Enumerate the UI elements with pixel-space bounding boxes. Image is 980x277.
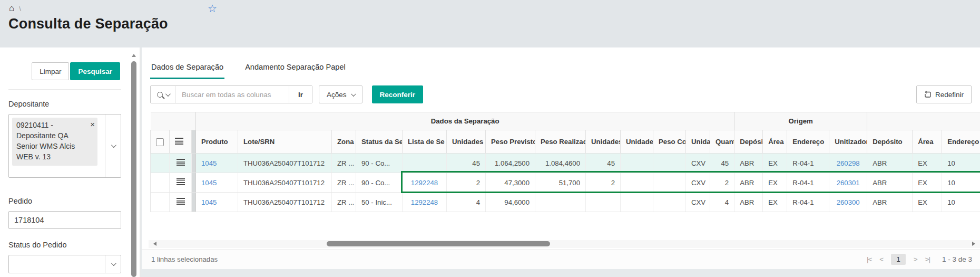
col-peso-realizado[interactable]: Peso Realizado bbox=[535, 130, 586, 154]
lista-sep-link[interactable]: 1292248 bbox=[411, 198, 438, 206]
unitizador-link[interactable]: 260300 bbox=[837, 198, 860, 206]
unitizador-link[interactable]: 260301 bbox=[837, 179, 860, 187]
last-page-button[interactable]: >| bbox=[925, 255, 930, 263]
status-pedido-select[interactable] bbox=[8, 255, 121, 273]
frozen-divider bbox=[192, 193, 196, 212]
current-page[interactable]: 1 bbox=[891, 254, 906, 265]
cell-unidade: CXV bbox=[686, 154, 710, 173]
depositante-chip: 09210411 - Depositante QA Senior WMS Alc… bbox=[12, 118, 97, 166]
cell-lista-sep: 1292248 bbox=[403, 173, 447, 193]
go-button[interactable]: Ir bbox=[289, 86, 312, 103]
sidebar-scrollbar-thumb[interactable] bbox=[131, 61, 136, 277]
row-menu-cell[interactable] bbox=[170, 173, 192, 193]
col-unitizador[interactable]: Unitizador bbox=[829, 130, 867, 154]
table-row[interactable]: 1045THU036A250407T101712ZR ...50 - Inic.… bbox=[151, 193, 980, 212]
row-menu-cell[interactable] bbox=[170, 193, 192, 212]
col-area-destino[interactable]: Área bbox=[913, 130, 942, 154]
cell-deposito-origem: ABR bbox=[734, 173, 763, 193]
cell-lista-sep bbox=[403, 154, 447, 173]
next-page-button[interactable]: > bbox=[914, 255, 917, 263]
reconferir-button[interactable]: Reconferir bbox=[372, 85, 424, 103]
row-menu-icon bbox=[175, 138, 183, 145]
cell-unidade: CXV bbox=[686, 193, 710, 212]
sidebar-scrollbar[interactable] bbox=[131, 53, 137, 277]
depositante-label: Depositante bbox=[8, 100, 49, 108]
cell-area-destino: EX bbox=[913, 154, 942, 173]
cell-deposito-destino: ABR bbox=[867, 173, 913, 193]
clear-button[interactable]: Limpar bbox=[32, 62, 69, 80]
col-endereco-destino[interactable]: Endereço bbox=[942, 130, 980, 154]
cell-status-sep: 50 - Inic... bbox=[356, 193, 403, 212]
col-produto[interactable]: Produto bbox=[196, 130, 238, 154]
cell-endereco-origem: R-04-1 bbox=[787, 154, 829, 173]
col-quantidade[interactable]: Quant bbox=[710, 130, 734, 154]
scroll-up-arrow-icon[interactable] bbox=[132, 54, 136, 57]
produto-link[interactable]: 1045 bbox=[201, 179, 217, 187]
cell-lote-srn: THU036A250407T101712 bbox=[238, 193, 332, 212]
row-menu-icon bbox=[177, 178, 185, 185]
tab-andamento-separacao-papel[interactable]: Andamento Separação Papel bbox=[244, 55, 347, 79]
col-peso-conf[interactable]: Peso Cor bbox=[653, 130, 686, 154]
search-button[interactable]: Pesquisar bbox=[70, 62, 120, 80]
unitizador-link[interactable]: 260298 bbox=[837, 159, 860, 167]
horizontal-scrollbar[interactable] bbox=[149, 240, 980, 248]
pedido-input[interactable] bbox=[8, 211, 121, 229]
cell-deposito-origem: ABR bbox=[734, 154, 763, 173]
prev-page-button[interactable]: < bbox=[879, 255, 883, 263]
row-menu-cell[interactable] bbox=[170, 154, 192, 173]
status-pedido-dropdown-toggle[interactable] bbox=[105, 255, 121, 273]
col-unidades-prev[interactable]: Unidades P bbox=[447, 130, 486, 154]
col-unidade[interactable]: Unidad bbox=[686, 130, 710, 154]
produto-link[interactable]: 1045 bbox=[201, 159, 217, 167]
home-icon[interactable]: ⌂ bbox=[9, 3, 14, 13]
cell-unidades-prev: 45 bbox=[447, 154, 486, 173]
redefinir-button[interactable]: Redefinir bbox=[916, 85, 972, 103]
select-all-cell bbox=[151, 130, 170, 154]
lista-sep-link[interactable]: 1292248 bbox=[411, 179, 438, 187]
search-options-button[interactable] bbox=[151, 86, 175, 103]
scroll-left-arrow-icon[interactable] bbox=[153, 242, 156, 246]
col-deposito-destino[interactable]: Depósito bbox=[867, 130, 913, 154]
row-menu-header-cell[interactable] bbox=[170, 130, 192, 154]
col-area-origem[interactable]: Área bbox=[763, 130, 787, 154]
cell-produto: 1045 bbox=[196, 193, 238, 212]
first-page-button[interactable]: |< bbox=[867, 255, 871, 263]
col-endereco-origem[interactable]: Endereço bbox=[787, 130, 829, 154]
tab-dados-de-separacao[interactable]: Dados de Separação bbox=[150, 55, 224, 79]
cell-quantidade: 45 bbox=[710, 154, 734, 173]
scroll-right-arrow-icon[interactable] bbox=[972, 242, 975, 246]
table-row[interactable]: 1045THU036A250407T101712ZR ...90 - Co...… bbox=[151, 154, 980, 173]
search-input[interactable] bbox=[175, 86, 289, 103]
horizontal-scrollbar-thumb[interactable] bbox=[327, 241, 550, 246]
actions-label: Ações bbox=[327, 91, 347, 99]
remove-chip-icon[interactable]: × bbox=[90, 120, 95, 128]
cell-area-destino: EX bbox=[913, 193, 942, 212]
group-dados-da-separacao: Dados da Separação bbox=[196, 112, 734, 130]
col-unidades-conf[interactable]: Unidades bbox=[586, 130, 621, 154]
col-unidades-2[interactable]: Unidades bbox=[621, 130, 653, 154]
actions-button[interactable]: Ações bbox=[319, 85, 362, 103]
select-all-checkbox[interactable] bbox=[156, 138, 164, 146]
depositante-dropdown-toggle[interactable] bbox=[105, 114, 121, 177]
cell-peso-previsto: 94,6000 bbox=[486, 193, 535, 212]
col-lote-srn[interactable]: Lote/SRN bbox=[238, 130, 332, 154]
search-control: Ir bbox=[150, 85, 312, 103]
cell-endereco-destino: 10 bbox=[942, 193, 980, 212]
page-header: ⌂\ ☆ Consulta de Separação bbox=[0, 0, 980, 47]
depositante-chip-text: 09210411 - Depositante QA Senior WMS Alc… bbox=[16, 121, 75, 161]
col-status-sep[interactable]: Status da Sep bbox=[356, 130, 403, 154]
col-zona[interactable]: Zona d bbox=[332, 130, 356, 154]
col-deposito-origem[interactable]: Depósit bbox=[734, 130, 763, 154]
table-row[interactable]: 1045THU036A250407T101712ZR ...90 - Co...… bbox=[151, 173, 980, 193]
cell-unidades-prev: 2 bbox=[447, 173, 486, 193]
row-select-cell bbox=[151, 193, 170, 212]
reset-icon bbox=[924, 91, 932, 98]
chevron-down-icon bbox=[111, 142, 116, 148]
col-peso-previsto[interactable]: Peso Previsto. bbox=[486, 130, 535, 154]
cell-produto: 1045 bbox=[196, 154, 238, 173]
produto-link[interactable]: 1045 bbox=[201, 198, 217, 206]
favorite-star-icon[interactable]: ☆ bbox=[208, 2, 217, 15]
depositante-multiselect[interactable]: 09210411 - Depositante QA Senior WMS Alc… bbox=[8, 114, 121, 178]
col-lista-sep[interactable]: Lista de Se bbox=[403, 130, 447, 154]
frozen-divider bbox=[192, 173, 196, 193]
